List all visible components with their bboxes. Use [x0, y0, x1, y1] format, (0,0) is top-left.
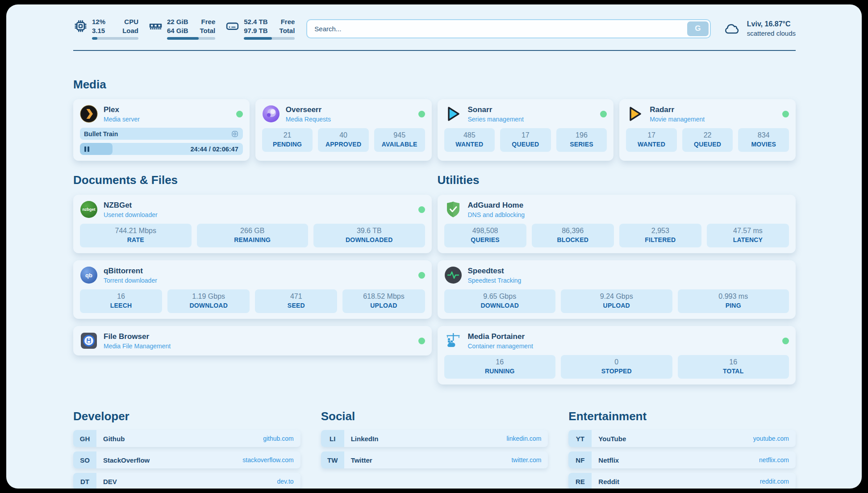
- app-title: NZBGet: [104, 201, 158, 210]
- app-card-nzbget[interactable]: nzbget NZBGet Usenet downloader 744.21 M…: [73, 195, 432, 253]
- search-bar: G: [306, 19, 710, 38]
- app-card-adguard[interactable]: AdGuard Home DNS and adblocking 498,508 …: [438, 195, 796, 253]
- utilities-section-title: Utilities: [438, 173, 796, 187]
- cpu-progress-track: [92, 37, 138, 40]
- link-row-github[interactable]: GH Github github.com: [73, 430, 300, 447]
- stat-tile: 39.6 TB DOWNLOADED: [313, 224, 425, 247]
- app-subtitle: Movie management: [650, 116, 705, 123]
- stat-tile: 618.52 Mbps UPLOAD: [342, 289, 425, 313]
- entertainment-section-title: Entertainment: [568, 409, 796, 423]
- stat-tile: 2,953 FILTERED: [619, 224, 701, 247]
- media-section-title: Media: [73, 78, 796, 92]
- disk-progress-track: [244, 37, 295, 40]
- link-row-twitter[interactable]: TW Twitter twitter.com: [321, 451, 548, 468]
- link-url[interactable]: linkedin.com: [507, 435, 542, 442]
- stat-tile: 16 TOTAL: [678, 355, 789, 379]
- app-title: AdGuard Home: [468, 201, 525, 210]
- app-card-radarr[interactable]: Radarr Movie management 17 WANTED 22 QUE…: [619, 99, 796, 161]
- link-url[interactable]: reddit.com: [760, 478, 789, 485]
- link-url[interactable]: twitter.com: [511, 456, 541, 464]
- now-playing-title: Bullet Train: [84, 130, 118, 138]
- pause-icon[interactable]: [84, 146, 89, 152]
- svg-text:qb: qb: [85, 272, 92, 279]
- disk-stat: 52.4 TB 97.9 TB Free Total: [225, 17, 295, 40]
- app-card-qbittorrent[interactable]: qb qBittorrent Torrent downloader 16 LEE…: [73, 260, 432, 319]
- app-subtitle: Media server: [104, 116, 140, 123]
- link-row-dev[interactable]: DT DEV dev.to: [73, 473, 300, 489]
- stat-tile: 17 WANTED: [626, 128, 677, 152]
- app-subtitle: Media Requests: [286, 116, 331, 123]
- ram-values: 22 GiB 64 GiB: [167, 17, 188, 35]
- link-url[interactable]: youtube.com: [753, 435, 789, 442]
- link-name: StackOverflow: [103, 456, 150, 464]
- section-utilities: Utilities AdGuard Home DNS and adblockin…: [438, 173, 796, 384]
- svg-text:nzbget: nzbget: [83, 207, 96, 212]
- stat-tile: 834 MOVIES: [738, 128, 789, 152]
- app-subtitle: DNS and adblocking: [468, 211, 525, 218]
- link-name: LinkedIn: [351, 435, 379, 443]
- app-title: Overseerr: [286, 105, 331, 114]
- app-subtitle: Series management: [468, 116, 524, 123]
- stat-tile: 196 SERIES: [556, 128, 607, 152]
- app-card-overseerr[interactable]: Overseerr Media Requests 21 PENDING 40 A…: [255, 99, 432, 161]
- section-developer: Developer GH Github github.com SO StackO…: [73, 409, 300, 489]
- stat-tile: 40 APPROVED: [318, 128, 369, 152]
- search-input[interactable]: [306, 19, 710, 38]
- app-title: File Browser: [104, 332, 171, 341]
- nzbget-icon: nzbget: [80, 201, 98, 218]
- stat-tile: 9.24 Gbps UPLOAD: [561, 289, 672, 313]
- cpu-values: 12% 3.15: [92, 17, 105, 35]
- stat-tile: 485 WANTED: [444, 128, 495, 152]
- status-dot: [782, 338, 789, 344]
- link-url[interactable]: netflix.com: [759, 456, 789, 464]
- link-row-linkedin[interactable]: LI LinkedIn linkedin.com: [321, 430, 548, 447]
- link-name: YouTube: [598, 435, 626, 443]
- link-sections: Developer GH Github github.com SO StackO…: [73, 409, 796, 489]
- cloud-icon: [723, 21, 741, 36]
- app-subtitle: Media File Management: [104, 343, 171, 350]
- developer-section-title: Developer: [73, 409, 300, 423]
- link-row-netflix[interactable]: NF Netflix netflix.com: [568, 451, 796, 468]
- app-card-filebrowser[interactable]: File Browser Media File Management: [73, 326, 432, 355]
- status-dot: [418, 111, 425, 117]
- dashboard-root: { "topbar": { "cpu": { "value_line1": "1…: [0, 0, 868, 493]
- stat-tile: 0 STOPPED: [561, 355, 672, 379]
- portainer-icon: [444, 332, 462, 350]
- section-social: Social LI LinkedIn linkedin.com TW Twitt…: [321, 409, 548, 489]
- app-card-plex[interactable]: Plex Media server Bullet Train: [73, 99, 250, 161]
- playback-progress-row: 24:44 / 02:06:47: [80, 143, 243, 155]
- ram-icon: [148, 19, 163, 33]
- documents-section-title: Documents & Files: [73, 173, 432, 187]
- disk-labels: Free Total: [280, 17, 295, 35]
- social-section-title: Social: [321, 409, 548, 423]
- disk-icon: [225, 19, 240, 33]
- link-url[interactable]: dev.to: [277, 478, 294, 485]
- app-card-sonarr[interactable]: Sonarr Series management 485 WANTED 17 Q…: [438, 99, 614, 161]
- hardware-stats: 12% 3.15 CPU Load: [73, 17, 295, 40]
- status-dot: [600, 111, 607, 117]
- link-url[interactable]: stackoverflow.com: [242, 456, 293, 464]
- app-card-portainer[interactable]: Media Portainer Container management 16 …: [438, 326, 796, 384]
- link-row-stackoverflow[interactable]: SO StackOverflow stackoverflow.com: [73, 451, 300, 468]
- stat-tile: 17 QUEUED: [500, 128, 551, 152]
- link-row-youtube[interactable]: YT YouTube youtube.com: [568, 430, 796, 447]
- cpu-icon: [73, 19, 88, 33]
- plex-icon: [80, 105, 98, 123]
- radarr-icon: [626, 105, 644, 123]
- status-dot: [418, 338, 425, 344]
- cpu-stat: 12% 3.15 CPU Load: [73, 17, 138, 40]
- stat-tile: 471 SEED: [255, 289, 337, 313]
- app-card-speedtest[interactable]: Speedtest Speedtest Tracking 9.65 Gbps D…: [438, 260, 796, 319]
- playback-time: 24:44 / 02:06:47: [191, 146, 238, 153]
- speedtest-icon: [444, 266, 462, 284]
- session-icon[interactable]: [231, 130, 239, 138]
- link-url[interactable]: github.com: [263, 435, 293, 442]
- ram-progress-fill: [167, 37, 199, 40]
- disk-values: 52.4 TB 97.9 TB: [244, 17, 267, 35]
- stat-tile: 22 QUEUED: [682, 128, 733, 152]
- top-bar: 12% 3.15 CPU Load: [73, 15, 796, 42]
- search-provider-button[interactable]: G: [687, 21, 709, 36]
- link-abbr-badge: LI: [321, 430, 344, 447]
- link-row-reddit[interactable]: RE Reddit reddit.com: [568, 473, 796, 489]
- link-abbr-badge: GH: [73, 430, 96, 447]
